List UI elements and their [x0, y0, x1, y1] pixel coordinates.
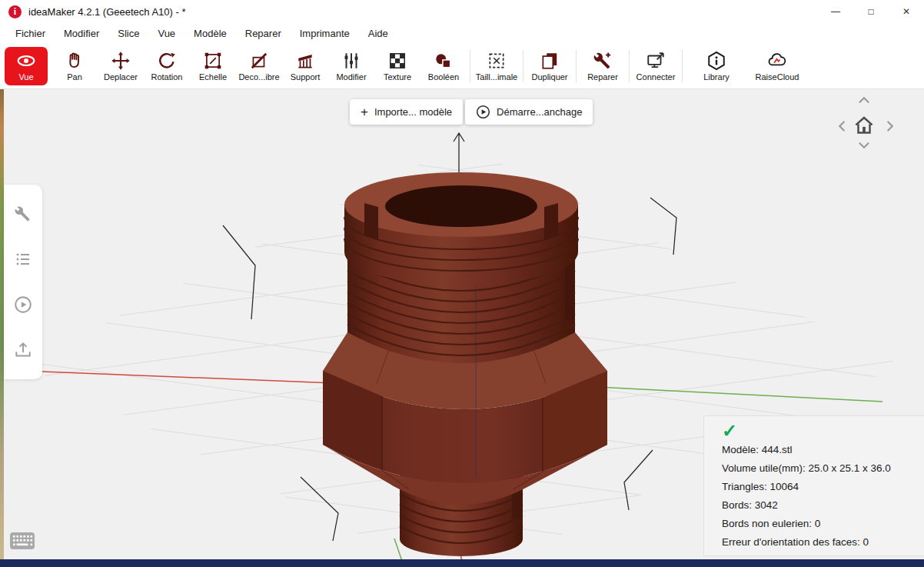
toolbar-separator	[523, 50, 523, 82]
toolbar-label: Deplacer	[104, 72, 138, 82]
upload-icon	[13, 340, 33, 360]
info-triangles: Triangles: 10064	[722, 478, 918, 496]
window-controls: — □ ✕	[818, 0, 924, 23]
import-model-button[interactable]: + Importe... modèle	[350, 99, 463, 125]
repair-icon	[593, 51, 613, 71]
settings-tool-button[interactable]	[12, 202, 35, 225]
start-slicing-button[interactable]: Démarre...anchage	[465, 99, 593, 125]
toolbar-booleen-button[interactable]: Booléen	[420, 45, 467, 88]
toolbar-texture-button[interactable]: Texture	[374, 45, 420, 88]
menu-slice[interactable]: Slice	[108, 28, 148, 39]
toolbar-separator	[682, 50, 683, 82]
keyboard-shortcuts-button[interactable]	[9, 531, 35, 554]
toolbar-label: Taill...imale	[476, 72, 517, 82]
toolbar-decoupe-libre-button[interactable]: Deco...ibre	[236, 45, 282, 88]
toolbar-label: Reparer	[587, 72, 618, 82]
toolbar-label: Texture	[384, 72, 411, 82]
menu-reparer[interactable]: Reparer	[236, 28, 291, 39]
scale-icon	[203, 51, 223, 71]
play-circle-icon	[476, 105, 490, 119]
support-icon	[295, 51, 315, 71]
minimize-button[interactable]: —	[818, 0, 853, 23]
toolbar-vue-button[interactable]: Vue	[5, 47, 48, 85]
import-model-label: Importe... modèle	[374, 106, 452, 118]
toolbar-label: Support	[291, 72, 321, 82]
info-edges: Bords: 3042	[722, 496, 918, 515]
menu-modifier[interactable]: Modifier	[55, 28, 108, 39]
start-slicing-label: Démarre...anchage	[497, 106, 582, 118]
title-bar: i ideaMaker 4.2.1 (Geeetech A10) - * — □…	[0, 0, 924, 23]
chevron-left-icon	[834, 118, 851, 135]
view-down-button[interactable]	[855, 136, 873, 155]
toolbar-echelle-button[interactable]: Echelle	[190, 45, 236, 88]
toolbar-label: Deco...ibre	[238, 72, 279, 82]
rotate-icon	[157, 51, 177, 71]
viewport-action-buttons: + Importe... modèle Démarre...anchage	[350, 99, 593, 125]
toolbar-label: Dupliquer	[531, 72, 567, 82]
info-non-euler-edges: Bords non eulerien: 0	[722, 515, 918, 533]
app-logo-icon: i	[8, 5, 22, 18]
preview-tool-button[interactable]	[12, 293, 35, 316]
hand-icon	[65, 51, 85, 71]
toolbar-separator	[576, 50, 577, 82]
list-tool-button[interactable]	[12, 248, 35, 271]
eye-icon	[16, 51, 36, 71]
toolbar-label: Modifier	[336, 72, 366, 82]
wrench-icon	[14, 205, 32, 223]
keyboard-icon	[9, 531, 35, 551]
toolbar-deplacer-button[interactable]: Deplacer	[98, 45, 144, 88]
viewport[interactable]: + Importe... modèle Démarre...anchage	[0, 89, 924, 559]
menu-fichier[interactable]: Fichier	[6, 28, 55, 39]
3d-model[interactable]	[323, 172, 607, 556]
toolbar-raisecloud-button[interactable]: RaiseCloud	[747, 45, 807, 88]
library-icon	[706, 51, 726, 71]
info-model-name: Modèle: 444.stl	[722, 441, 918, 459]
close-button[interactable]: ✕	[889, 0, 924, 23]
play-icon	[13, 295, 33, 315]
toolbar-separator	[470, 50, 470, 82]
view-right-button[interactable]	[881, 117, 899, 135]
menu-modele[interactable]: Modèle	[184, 28, 236, 39]
info-orientation-errors: Erreur d'orientation des faces: 0	[722, 533, 918, 552]
connect-icon	[646, 51, 666, 71]
free-cut-icon	[249, 51, 269, 71]
view-up-button[interactable]	[855, 92, 873, 110]
toolbar-pan-button[interactable]: Pan	[52, 45, 98, 88]
view-left-button[interactable]	[833, 117, 852, 135]
toolbar-rotation-button[interactable]: Rotation	[144, 45, 190, 88]
toolbar-label: Library	[703, 72, 730, 82]
sliders-icon	[341, 51, 361, 71]
menu-aide[interactable]: Aide	[359, 28, 397, 39]
view-home-button[interactable]	[851, 112, 877, 138]
menu-bar: Fichier Modifier Slice Vue Modèle Repare…	[0, 23, 924, 43]
menu-imprimante[interactable]: Imprimante	[291, 28, 359, 39]
chevron-right-icon	[882, 118, 899, 135]
toolbar-label: Vue	[18, 72, 33, 82]
toolbar-label: Booléen	[428, 72, 459, 82]
toolbar-taille-maximale-button[interactable]: Taill...imale	[474, 45, 520, 88]
toolbar-connecter-button[interactable]: Connecter	[633, 45, 679, 88]
toolbar-modifier-button[interactable]: Modifier	[328, 45, 374, 88]
toolbar-label: RaiseCloud	[756, 72, 799, 82]
toolbar-dupliquer-button[interactable]: Dupliquer	[527, 45, 573, 88]
plus-icon: +	[361, 105, 368, 118]
boolean-icon	[434, 51, 454, 71]
toolbar-label: Pan	[67, 72, 82, 82]
taskbar-strip	[0, 559, 924, 567]
chevron-down-icon	[856, 137, 872, 154]
toolbar-reparer-button[interactable]: Reparer	[580, 45, 626, 88]
toolbar-library-button[interactable]: Library	[693, 45, 740, 88]
menu-vue[interactable]: Vue	[148, 28, 184, 39]
duplicate-icon	[540, 51, 560, 71]
home-icon	[853, 114, 876, 137]
toolbar-label: Connecter	[636, 72, 676, 82]
toolbar-label: Echelle	[199, 72, 227, 82]
info-volume: Volume utile(mm): 25.0 x 25.1 x 36.0	[722, 459, 918, 478]
toolbar-support-button[interactable]: Support	[282, 45, 328, 88]
list-icon	[14, 250, 32, 268]
export-tool-button[interactable]	[12, 339, 35, 362]
model-info-panel: ✓ Modèle: 444.stl Volume utile(mm): 25.0…	[703, 415, 924, 556]
chevron-up-icon	[856, 92, 872, 109]
side-tool-panel	[4, 185, 42, 379]
maximize-button[interactable]: □	[853, 0, 889, 23]
